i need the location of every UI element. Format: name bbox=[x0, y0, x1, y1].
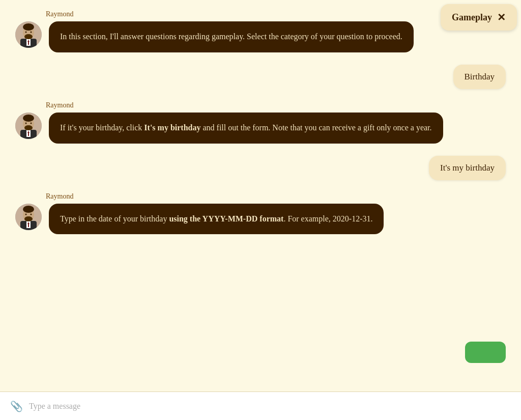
avatar-3 bbox=[15, 204, 42, 230]
bot-bubble-2: If it's your birthday, click It's my bir… bbox=[49, 113, 443, 144]
bot-message-body-1: In this section, I'll answer questions r… bbox=[15, 21, 414, 52]
svg-point-7 bbox=[24, 34, 33, 39]
gameplay-label: Gameplay bbox=[452, 12, 492, 23]
user-message-2: It's my birthday bbox=[15, 156, 506, 180]
svg-point-19 bbox=[31, 122, 32, 124]
bot-name-2: Raymond bbox=[46, 101, 73, 109]
svg-point-27 bbox=[24, 216, 33, 221]
bot-name-1: Raymond bbox=[46, 10, 73, 18]
paperclip-icon: 📎 bbox=[10, 400, 23, 412]
avatar-1 bbox=[15, 21, 42, 48]
svg-rect-14 bbox=[28, 133, 29, 136]
input-bar: 📎 Type a message bbox=[0, 391, 521, 420]
bot-message-1: Raymond bbox=[15, 10, 458, 52]
svg-point-8 bbox=[25, 32, 27, 33]
chat-container: Raymond bbox=[0, 0, 521, 391]
svg-point-9 bbox=[31, 32, 32, 33]
svg-point-6 bbox=[23, 23, 34, 31]
bot-bubble-1: In this section, I'll answer questions r… bbox=[49, 21, 414, 52]
bot-name-3: Raymond bbox=[46, 192, 73, 201]
bot-message-body-2: If it's your birthday, click It's my bir… bbox=[15, 113, 443, 144]
bot-text-1: In this section, I'll answer questions r… bbox=[60, 32, 402, 41]
bot-message-3: Raymond bbox=[15, 192, 458, 235]
user-bubble-1[interactable]: Birthday bbox=[453, 65, 506, 89]
bot-text-2c: and fill out the form. Note that you can… bbox=[200, 123, 431, 132]
svg-point-18 bbox=[25, 122, 27, 124]
svg-point-29 bbox=[31, 213, 32, 215]
svg-rect-24 bbox=[28, 224, 29, 227]
svg-point-26 bbox=[23, 206, 34, 213]
svg-point-28 bbox=[25, 213, 27, 215]
bot-text-3c: . For example, 2020-12-31. bbox=[283, 214, 372, 223]
svg-point-16 bbox=[23, 115, 34, 122]
svg-rect-4 bbox=[28, 42, 29, 45]
submit-button[interactable] bbox=[465, 342, 506, 363]
gameplay-button[interactable]: Gameplay ✕ bbox=[441, 4, 517, 31]
bot-message-2: Raymond bbox=[15, 101, 458, 144]
svg-point-17 bbox=[24, 125, 33, 130]
message-input-placeholder[interactable]: Type a message bbox=[29, 402, 80, 411]
close-icon: ✕ bbox=[497, 11, 506, 23]
bot-message-body-3: Type in the date of your birthday using … bbox=[15, 204, 384, 235]
bot-text-2a: If it's your birthday, click bbox=[60, 123, 144, 132]
bot-bubble-3: Type in the date of your birthday using … bbox=[49, 204, 384, 235]
bot-text-3b: using the YYYY-MM-DD format bbox=[169, 214, 283, 223]
bot-text-2b: It's my birthday bbox=[144, 123, 200, 132]
user-message-1: Birthday bbox=[15, 65, 506, 89]
avatar-2 bbox=[15, 113, 42, 139]
user-bubble-2[interactable]: It's my birthday bbox=[429, 156, 506, 180]
bot-text-3a: Type in the date of your birthday bbox=[60, 214, 169, 223]
